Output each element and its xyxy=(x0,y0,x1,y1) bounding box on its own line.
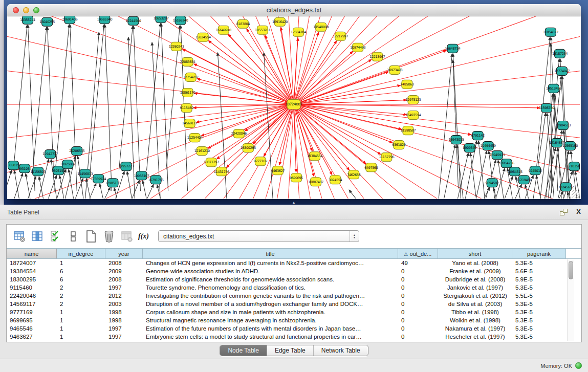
network-node[interactable]: 10494459 xyxy=(481,142,496,150)
network-node[interactable]: 7462656 xyxy=(347,170,360,179)
network-node[interactable]: 12504784 xyxy=(291,28,306,36)
tab-node-table[interactable]: Node Table xyxy=(220,345,267,356)
table-row[interactable]: 1938455462009Genome-wide association stu… xyxy=(7,267,581,275)
network-node[interactable]: 16497594 xyxy=(405,111,421,120)
column-header-short[interactable]: short xyxy=(438,249,512,258)
network-window[interactable]: citations_edges.txt 10355741160402552069… xyxy=(7,4,581,199)
network-node[interactable]: 10861170 xyxy=(180,88,195,97)
table-row[interactable]: 2242004622012Investigating the contribut… xyxy=(7,292,581,300)
network-node[interactable]: 12217997 xyxy=(333,32,348,40)
table-vertical-scrollbar[interactable] xyxy=(567,259,574,341)
rows-icon[interactable] xyxy=(67,230,80,243)
table-selector-dropdown[interactable]: citations_edges.txt ▲▼ xyxy=(158,230,359,242)
column-header-name[interactable]: name xyxy=(7,249,57,258)
network-node[interactable]: 9245012 xyxy=(529,166,542,175)
network-node[interactable]: 16945915 xyxy=(490,151,505,160)
network-node[interactable]: 9361029 xyxy=(392,141,405,149)
network-node[interactable]: 6791142 xyxy=(471,132,485,140)
network-node[interactable]: 11548098 xyxy=(313,23,329,31)
network-node[interactable]: 10653287 xyxy=(154,16,169,23)
network-node[interactable]: 6497568 xyxy=(364,163,378,172)
column-header-pagerank[interactable]: pagerank xyxy=(512,249,566,258)
network-node[interactable]: 3024554 xyxy=(329,176,342,184)
network-node[interactable]: 12774047 xyxy=(554,67,570,75)
network-node[interactable]: 16916420 xyxy=(272,17,288,26)
network-node[interactable]: 16943015 xyxy=(449,136,464,144)
network-node[interactable]: 12942737 xyxy=(42,150,58,159)
network-node[interactable]: 16791765 xyxy=(148,176,164,184)
network-node[interactable]: 11219450 xyxy=(516,176,532,184)
network-node[interactable]: 18724007 xyxy=(285,99,302,109)
zoom-window-button[interactable] xyxy=(33,7,39,13)
network-node[interactable]: 9699695 xyxy=(290,173,303,182)
tab-edge-table[interactable]: Edge Table xyxy=(267,345,313,356)
delete-icon[interactable] xyxy=(102,230,116,243)
splitter-handle[interactable]: ▴ xyxy=(291,201,297,205)
close-panel-icon[interactable]: X xyxy=(576,208,581,215)
scrollbar-thumb[interactable] xyxy=(569,261,573,279)
network-canvas[interactable]: 1035574116040255206914061956534012244500… xyxy=(7,16,581,199)
close-window-button[interactable] xyxy=(13,7,19,13)
table-row[interactable]: 969969511998Structural magnetic resonanc… xyxy=(7,316,581,324)
network-node[interactable]: 8183804 xyxy=(236,19,250,28)
network-window-titlebar[interactable]: citations_edges.txt xyxy=(7,4,581,16)
table-row[interactable]: 977716911998Corpus callosum shape and si… xyxy=(7,308,581,316)
table-row[interactable]: 911546021997Tourette syndrome. Phenomeno… xyxy=(7,283,581,292)
network-node[interactable]: 22083654 xyxy=(180,57,195,66)
network-node[interactable]: 16649910 xyxy=(216,26,231,34)
minimize-window-button[interactable] xyxy=(23,7,29,13)
network-node[interactable]: 14569117 xyxy=(182,119,198,128)
network-node[interactable]: 20206535 xyxy=(69,147,84,156)
network-node[interactable]: 11254404 xyxy=(187,134,203,142)
table-header-row[interactable]: namein_degreeyeartitle△out_de...shortpag… xyxy=(7,248,581,259)
table-row[interactable]: 946554611997Estimation of the future num… xyxy=(7,324,581,333)
table-row[interactable]: 1872400712008Changes of HCN gene express… xyxy=(7,259,581,267)
table-settings-icon[interactable] xyxy=(13,230,26,243)
network-node[interactable]: 12905135 xyxy=(105,179,120,187)
column-header-out_de[interactable]: △out_de... xyxy=(398,249,438,258)
memory-status-icon[interactable] xyxy=(575,362,582,369)
network-node[interactable]: 10958107 xyxy=(134,171,149,180)
network-node[interactable]: 11054872 xyxy=(543,28,558,36)
network-node[interactable]: 11598587 xyxy=(400,126,416,135)
network-node[interactable]: 9777169 xyxy=(254,157,267,166)
table-row[interactable]: 946362711997Embryonic stem cells: a mode… xyxy=(7,333,581,341)
network-node[interactable]: 16187254 xyxy=(552,49,568,58)
table-row[interactable]: 1456911722003Disruption of a novel membe… xyxy=(7,300,581,308)
network-node[interactable]: 11156803 xyxy=(30,167,46,176)
resize-grip[interactable] xyxy=(572,190,580,198)
tab-network-table[interactable]: Network Table xyxy=(313,345,368,356)
network-node[interactable]: 10984515 xyxy=(507,167,522,176)
network-node[interactable]: 12904513 xyxy=(555,121,571,130)
show-column-icon[interactable] xyxy=(31,230,44,243)
network-node[interactable]: 15166340 xyxy=(173,16,188,25)
network-node[interactable]: 10974493 xyxy=(350,43,365,52)
network-node[interactable]: 10553287 xyxy=(255,26,270,34)
network-node[interactable]: 16648734 xyxy=(445,44,461,53)
network-node[interactable]: 12754702 xyxy=(183,73,199,81)
network-node[interactable]: 12975123 xyxy=(405,95,421,104)
network-node[interactable]: 7485063 xyxy=(400,80,413,89)
network-node[interactable]: 8909549 xyxy=(463,144,476,152)
column-header-in_degree[interactable]: in_degree xyxy=(57,249,105,258)
table-row[interactable]: 1830029562008Estimation of significance … xyxy=(7,275,581,283)
network-node[interactable]: 19565340 xyxy=(97,16,112,24)
column-header-year[interactable]: year xyxy=(105,249,143,258)
network-node[interactable]: 10975887 xyxy=(60,160,75,169)
network-node[interactable]: 13954256 xyxy=(499,159,514,168)
float-panel-icon[interactable] xyxy=(560,209,568,215)
edit-columns-icon[interactable] xyxy=(49,230,62,243)
network-node[interactable]: 10355741 xyxy=(20,16,35,24)
network-node[interactable]: 15824554 xyxy=(195,33,211,41)
network-node[interactable]: 18300295 xyxy=(241,144,256,152)
network-node[interactable]: 9694597 xyxy=(486,179,499,187)
network-node[interactable]: 17359924 xyxy=(91,174,106,183)
function-builder-icon[interactable]: f(x) xyxy=(138,232,149,240)
network-node[interactable]: 11157796 xyxy=(379,153,394,162)
network-node[interactable]: 9931054 xyxy=(18,164,31,173)
network-node[interactable]: 20691406 xyxy=(62,16,77,24)
network-node[interactable]: 10565190 xyxy=(562,142,578,150)
column-header-title[interactable]: title xyxy=(143,249,398,258)
network-node[interactable]: 16040255 xyxy=(39,17,55,26)
network-node[interactable]: 9115460 xyxy=(180,103,193,112)
